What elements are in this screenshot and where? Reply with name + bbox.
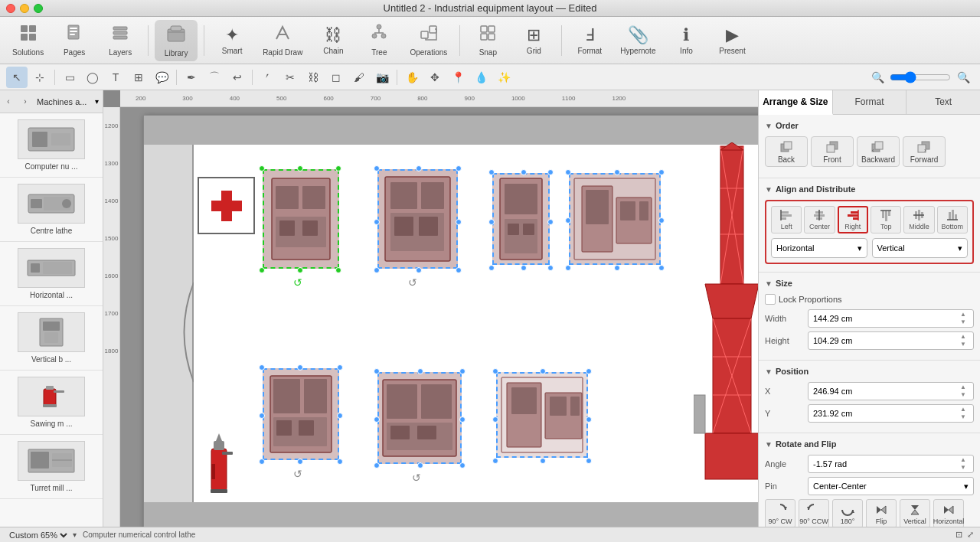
- zoom-out-btn[interactable]: 🔍: [867, 67, 888, 88]
- sidebar-forward-btn[interactable]: ›: [17, 93, 34, 110]
- rotate-header[interactable]: ▼ Rotate and Flip: [765, 439, 974, 449]
- y-field[interactable]: 231.92 cm ▲ ▼: [808, 404, 974, 423]
- machine-group-1[interactable]: [263, 169, 339, 269]
- align-middle-button[interactable]: Middle: [903, 206, 934, 233]
- magic-tool[interactable]: ✨: [493, 67, 514, 88]
- sidebar-back-btn[interactable]: ‹: [0, 93, 17, 110]
- present-button[interactable]: ▶ Present: [710, 20, 753, 61]
- layers-button[interactable]: Layers: [99, 20, 142, 61]
- align-bottom-button[interactable]: Bottom: [937, 206, 968, 233]
- pen-tool[interactable]: ✒: [181, 67, 202, 88]
- height-down[interactable]: ▼: [958, 341, 969, 348]
- align-left-button[interactable]: Left: [771, 206, 802, 233]
- chain-button[interactable]: ⛓ Chain: [312, 20, 354, 61]
- machine-group-5[interactable]: [263, 368, 339, 460]
- eraser-tool[interactable]: ◻: [325, 67, 347, 88]
- sidebar-item-1[interactable]: Centre lathe: [0, 178, 103, 242]
- angle-down[interactable]: ▼: [958, 464, 969, 472]
- height-up[interactable]: ▲: [958, 333, 969, 341]
- snap-button[interactable]: Snap: [466, 20, 509, 61]
- sidebar-item-2[interactable]: Horizontal ...: [0, 242, 103, 306]
- position-header[interactable]: ▼ Position: [765, 367, 974, 376]
- hypernote-button[interactable]: 📎 Hypernote: [614, 20, 662, 61]
- order-header[interactable]: ▼ Order: [765, 121, 974, 130]
- stamp-tool[interactable]: ⎖: [256, 67, 278, 88]
- pages-button[interactable]: Pages: [53, 20, 96, 61]
- zoom-slider[interactable]: [890, 71, 951, 83]
- vertical-dropdown[interactable]: Vertical ▾: [872, 238, 969, 258]
- machine-group-3[interactable]: [492, 173, 550, 265]
- height-field[interactable]: 104.29 cm ▲ ▼: [808, 331, 974, 350]
- scissors-tool[interactable]: ✂: [279, 67, 301, 88]
- x-up[interactable]: ▲: [958, 384, 969, 391]
- select-tool[interactable]: ↖: [6, 67, 28, 88]
- machine-group-4[interactable]: [569, 173, 661, 265]
- x-field[interactable]: 246.94 cm ▲ ▼: [808, 382, 974, 400]
- align-center-button[interactable]: Center: [804, 206, 835, 233]
- library-button[interactable]: Library: [155, 20, 198, 61]
- y-down[interactable]: ▼: [958, 413, 969, 421]
- pin-dropdown[interactable]: Center-Center ▾: [808, 477, 974, 495]
- info-button[interactable]: ℹ Info: [665, 20, 707, 61]
- undo-tool[interactable]: ↩: [227, 67, 248, 88]
- backward-button[interactable]: ‹ Backward: [857, 136, 900, 167]
- angle-field[interactable]: -1.57 rad ▲ ▼: [808, 455, 974, 473]
- rapid-draw-button[interactable]: Rapid Draw: [256, 20, 309, 61]
- front-button[interactable]: Front: [811, 136, 854, 167]
- smart-button[interactable]: ✦ Smart: [211, 20, 253, 61]
- note-tool[interactable]: 💬: [151, 67, 172, 88]
- align-right-button[interactable]: Right: [838, 206, 868, 233]
- solutions-button[interactable]: Solutions: [6, 20, 50, 61]
- tab-format[interactable]: Format: [833, 90, 907, 114]
- rotate-ccw-button[interactable]: 90° CCW: [799, 499, 829, 528]
- connect-tool[interactable]: ⛓: [302, 67, 324, 88]
- flip-horizontal-button[interactable]: Horizontal: [933, 499, 964, 528]
- y-up[interactable]: ▲: [958, 406, 969, 413]
- pin-tool[interactable]: 📍: [447, 67, 469, 88]
- width-up[interactable]: ▲: [958, 311, 969, 318]
- flip-button[interactable]: Flip: [866, 499, 897, 528]
- width-field[interactable]: 144.29 cm ▲ ▼: [808, 309, 974, 328]
- rotate-handle-1[interactable]: ↺: [293, 276, 302, 289]
- x-down[interactable]: ▼: [958, 391, 969, 399]
- tab-arrange-size[interactable]: Arrange & Size: [759, 90, 833, 115]
- fit-button[interactable]: ⊡: [956, 530, 962, 540]
- rotate-handle-2[interactable]: ↺: [408, 276, 417, 289]
- operations-button[interactable]: Operations: [403, 20, 453, 61]
- transform-tool[interactable]: ⊹: [29, 67, 51, 88]
- rotate-cw-button[interactable]: 90° CW: [765, 499, 795, 528]
- hand-tool[interactable]: ✋: [401, 67, 423, 88]
- canvas-area[interactable]: 200 300 400 500 600 700 800 900 1000 110…: [103, 90, 758, 542]
- text-tool[interactable]: T: [105, 67, 126, 88]
- flip-vertical-button[interactable]: Vertical: [900, 499, 930, 528]
- align-top-button[interactable]: Top: [871, 206, 901, 233]
- close-button[interactable]: [6, 4, 15, 13]
- horizontal-dropdown[interactable]: Horizontal ▾: [771, 238, 867, 258]
- machine-group-2[interactable]: [377, 169, 458, 269]
- size-header[interactable]: ▼ Size: [765, 279, 974, 288]
- zoom-select[interactable]: Custom 65% 50% 75% 100%: [6, 530, 70, 540]
- zoom-in-btn[interactable]: 🔍: [952, 67, 974, 88]
- rect-tool[interactable]: ▭: [59, 67, 80, 88]
- sidebar-item-0[interactable]: Computer nu ...: [0, 113, 103, 178]
- sidebar-item-4[interactable]: Sawing m ...: [0, 371, 103, 435]
- arc-tool[interactable]: ⌒: [204, 67, 225, 88]
- canvas[interactable]: ↺: [120, 107, 758, 527]
- forward-button[interactable]: › Forward: [903, 136, 946, 167]
- table-tool[interactable]: ⊞: [128, 67, 149, 88]
- lock-proportions-checkbox[interactable]: [765, 294, 776, 305]
- format-button[interactable]: Ⅎ Format: [568, 20, 611, 61]
- sidebar-dropdown-btn[interactable]: ▾: [90, 97, 103, 106]
- paint-tool[interactable]: 🖌: [348, 67, 370, 88]
- rotate-handle-6[interactable]: ↺: [412, 472, 421, 484]
- angle-up[interactable]: ▲: [958, 456, 969, 464]
- tab-text[interactable]: Text: [906, 90, 980, 114]
- rotate-180-button[interactable]: 180°: [832, 499, 863, 528]
- sidebar-item-3[interactable]: Vertical b ...: [0, 306, 103, 371]
- machine-group-6[interactable]: [377, 372, 462, 464]
- eyedropper-tool[interactable]: 💧: [470, 67, 492, 88]
- tree-button[interactable]: Tree: [358, 20, 400, 61]
- grid-button[interactable]: ⊞ Grid: [512, 20, 555, 61]
- move-tool[interactable]: ✥: [424, 67, 446, 88]
- sidebar-item-5[interactable]: Turret mill ...: [0, 435, 103, 499]
